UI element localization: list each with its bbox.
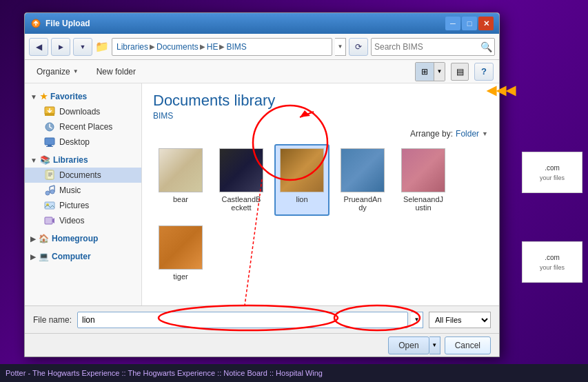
sidebar-item-videos[interactable]: Videos [25,213,141,228]
folder-icon: 📁 [95,40,109,53]
breadcrumb-libraries[interactable]: Libraries [116,42,148,52]
search-input[interactable] [374,42,478,52]
pictures-label: Pictures [59,201,89,210]
sidebar-item-downloads[interactable]: Downloads [25,104,141,119]
svg-rect-2 [45,113,54,116]
svg-rect-20 [45,217,52,224]
arrange-bar: Arrange by: Folder ▼ [153,129,488,139]
ad-url-2: .com [545,254,560,261]
file-label-selenaandjustin: SelenaandJ ustin [400,195,447,212]
page-title-bar: Potter - The Hogwarts Experience :: The … [0,364,588,382]
svg-rect-5 [45,138,54,145]
file-label-tiger: tiger [173,272,187,281]
refresh-icon: ⟳ [355,42,362,52]
file-thumb-castleandbeckett [219,148,263,192]
downloads-label: Downloads [59,107,100,117]
file-upload-dialog: File Upload ─ □ ✕ ◀ ▶ ▼ 📁 Libraries ▶ Do… [24,12,500,357]
open-button-group: Open ▼ [388,336,440,354]
filename-input[interactable] [77,312,408,328]
address-bar: ◀ ▶ ▼ 📁 Libraries ▶ Documents ▶ HE ▶ BIM… [25,34,499,60]
pictures-icon [44,200,55,211]
right-panel: Documents library BIMS Arrange by: Folde… [142,83,499,305]
ad-text-2: your files [540,264,565,271]
recent-locations-button[interactable]: ▼ [73,38,92,56]
organize-button[interactable]: Organize ▼ [30,63,85,81]
homegroup-header[interactable]: ▶ 🏠 Homegroup [25,231,141,246]
sidebar-item-documents[interactable]: Documents [25,168,141,183]
homegroup-section: ▶ 🏠 Homegroup [25,231,141,246]
file-label-lion: lion [296,195,307,203]
view-thumbnails-button[interactable]: ⊞ [416,63,434,81]
details-icon: ▤ [456,67,464,77]
breadcrumb[interactable]: Libraries ▶ Documents ▶ HE ▶ BIMS [112,38,332,56]
ad-url-1: .com [545,164,560,172]
maximize-button[interactable]: □ [462,17,477,30]
file-thumb-selenaandjustin [401,148,445,192]
new-folder-label: New folder [97,67,136,77]
back-icon: ◀ [36,42,42,52]
computer-icon: 💻 [39,252,49,261]
file-item-prueandandy[interactable]: PrueandAn dy [335,144,390,216]
bottom-bar: File name: ▼ All Files [25,305,499,333]
new-folder-button[interactable]: New folder [90,63,142,81]
computer-section: ▶ 💻 Computer [25,249,141,264]
computer-expand-icon: ▶ [30,253,36,261]
help-button[interactable]: ? [474,63,494,81]
file-item-tiger[interactable]: tiger [153,221,208,285]
file-item-castleandbeckett[interactable]: CastleandB eckett [214,144,269,216]
favorites-header[interactable]: ▼ ★ Favorites [25,89,141,104]
file-item-bear[interactable]: bear [153,144,208,216]
left-panel: ▼ ★ Favorites Downloads [25,83,142,305]
organize-label: Organize [37,67,70,77]
breadcrumb-he[interactable]: HE [207,42,219,52]
back-button[interactable]: ◀ [29,38,48,56]
breadcrumb-sep-2: ▶ [200,43,205,50]
cancel-button[interactable]: Cancel [445,336,491,354]
file-thumb-tiger [159,225,203,270]
homegroup-icon: 🏠 [39,234,49,243]
sidebar-item-music[interactable]: Music [25,183,141,198]
libraries-header[interactable]: ▼ 📚 Libraries [25,152,141,168]
view-dropdown-button[interactable]: ▼ [434,63,445,81]
close-button[interactable]: ✕ [478,17,494,30]
libraries-section: ▼ 📚 Libraries Documents [25,152,141,228]
breadcrumb-bims[interactable]: BIMS [226,42,246,52]
chevron-down-icon: ▼ [80,43,86,50]
filetype-select[interactable]: All Files [429,312,491,328]
refresh-button[interactable]: ⟳ [349,38,368,56]
file-thumb-prueandandy [341,148,385,192]
ad-box-2: .com your files [522,241,582,283]
details-pane-button[interactable]: ▤ [451,63,469,81]
computer-label: Computer [52,252,91,261]
computer-header[interactable]: ▶ 💻 Computer [25,249,141,264]
toolbar: Organize ▼ New folder ⊞ ▼ ▤ ? [25,60,499,83]
file-item-lion[interactable]: lion [274,144,330,216]
window-controls: ─ □ ✕ [445,17,494,30]
file-thumb-bear [159,148,203,192]
breadcrumb-documents[interactable]: Documents [156,42,199,52]
recent-places-label: Recent Places [59,122,112,132]
open-split-button[interactable]: ▼ [429,336,440,354]
sidebar-item-recent-places[interactable]: Recent Places [25,119,141,134]
arrange-value: Folder [456,129,479,139]
file-thumb-lion [280,148,324,192]
sidebar-item-pictures[interactable]: Pictures [25,198,141,213]
search-icon[interactable]: 🔍 [480,41,492,52]
desktop-label: Desktop [59,137,90,147]
breadcrumb-dropdown-button[interactable]: ▼ [335,38,346,56]
homegroup-expand-icon: ▶ [30,235,36,243]
videos-icon [44,215,55,226]
arrange-value-link[interactable]: Folder [456,129,479,139]
sidebar-item-desktop[interactable]: Desktop [25,134,141,150]
file-item-selenaandjustin[interactable]: SelenaandJ ustin [396,144,451,216]
forward-button[interactable]: ▶ [51,38,70,56]
library-path[interactable]: BIMS [153,111,488,121]
filename-label: File name: [33,315,72,325]
minimize-button[interactable]: ─ [445,17,460,30]
open-button[interactable]: Open [388,336,429,354]
search-box[interactable]: 🔍 [371,38,495,56]
svg-point-14 [50,190,54,194]
filename-dropdown-button[interactable]: ▼ [411,312,423,328]
main-content: ▼ ★ Favorites Downloads [25,83,499,305]
title-bar: File Upload ─ □ ✕ [25,13,499,34]
